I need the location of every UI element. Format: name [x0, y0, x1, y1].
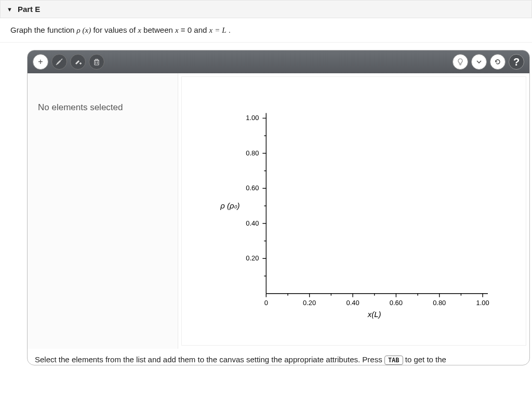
instr-var1: x: [138, 26, 141, 34]
instr-pre: Graph the function: [10, 25, 77, 34]
svg-text:0.60: 0.60: [246, 184, 259, 192]
side-panel-message: No elements selected: [38, 102, 167, 113]
graph-canvas[interactable]: 00.200.400.600.801.000.200.400.600.801.0…: [181, 76, 526, 346]
instr-eq1b: = 0: [181, 25, 192, 34]
part-title: Part E: [18, 5, 40, 14]
instr-eq2a: x: [209, 26, 213, 34]
trash-icon: [93, 58, 100, 65]
collapse-arrow-icon: ▼: [7, 6, 12, 12]
svg-text:x(L): x(L): [367, 310, 381, 319]
chevron-down-icon: [476, 59, 482, 65]
instr-fn: ρ (x): [77, 26, 91, 34]
svg-text:0.80: 0.80: [246, 149, 259, 157]
part-header[interactable]: ▼ Part E: [0, 0, 532, 18]
help-button[interactable]: ?: [509, 54, 524, 70]
footer-post: to get to the: [405, 355, 446, 364]
svg-text:0.80: 0.80: [433, 299, 446, 307]
footer-pre: Select the elements from the list and ad…: [35, 355, 384, 364]
svg-text:0.40: 0.40: [246, 219, 259, 227]
graph-workspace: +: [27, 50, 530, 365]
instr-end: .: [229, 25, 231, 34]
tab-key-icon: TAB: [384, 356, 403, 365]
svg-text:1.00: 1.00: [246, 114, 259, 122]
svg-rect-0: [95, 60, 99, 65]
svg-text:0.20: 0.20: [303, 299, 316, 307]
hint-button[interactable]: [453, 54, 468, 70]
svg-text:0.40: 0.40: [346, 299, 359, 307]
instr-mid2: between: [143, 25, 175, 34]
lightbulb-icon: [456, 58, 464, 66]
reset-icon: [494, 58, 502, 66]
instr-mid1: for values of: [93, 25, 138, 34]
footer-hint: Select the elements from the list and ad…: [28, 349, 529, 365]
instr-eq2b: = L: [215, 26, 226, 34]
svg-text:1.00: 1.00: [476, 299, 489, 307]
svg-text:0.20: 0.20: [246, 254, 259, 262]
instruction-text: Graph the function ρ (x) for values of x…: [0, 18, 532, 43]
svg-text:0.60: 0.60: [390, 299, 403, 307]
no-edit-button[interactable]: [51, 54, 67, 70]
element-side-panel: No elements selected: [28, 73, 178, 349]
pencil-slash-icon: [55, 58, 63, 66]
add-element-button[interactable]: +: [33, 54, 48, 70]
graph-toolbar: +: [28, 50, 529, 73]
instr-eq1a: x: [175, 26, 179, 34]
delete-button[interactable]: [89, 54, 104, 70]
reset-button[interactable]: [490, 54, 506, 70]
pencil-plus-icon: [74, 58, 82, 66]
axes-svg: 00.200.400.600.801.000.200.400.600.801.0…: [182, 77, 526, 345]
add-point-button[interactable]: [70, 54, 86, 70]
dropdown-button[interactable]: [471, 54, 487, 70]
svg-text:0: 0: [264, 299, 268, 307]
svg-text:ρ (ρ₀): ρ (ρ₀): [220, 202, 240, 210]
instr-mid3: and: [194, 25, 209, 34]
